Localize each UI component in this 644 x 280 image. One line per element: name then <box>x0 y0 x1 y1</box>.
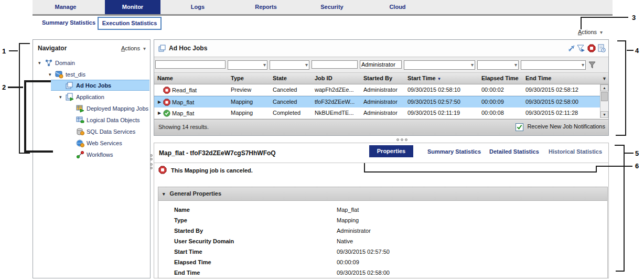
tree-item-web-services[interactable]: Web Services <box>33 138 149 148</box>
callout-line <box>9 50 18 51</box>
tab-reports[interactable]: Reports <box>238 0 294 14</box>
column-header-elapsed-time[interactable]: Elapsed Time <box>478 73 522 84</box>
tab-security[interactable]: Security <box>304 0 360 14</box>
notifications-option[interactable]: Receive New Job Notifications <box>516 123 605 131</box>
filter-start-time-select[interactable]: ▾ <box>404 60 475 70</box>
tree-item-sql-data-services[interactable]: SQL Data Services <box>33 126 149 137</box>
job-row-map-flat-canceled[interactable]: ▶ Map_flat Mapping Canceled tfoF32dZEeW.… <box>154 96 600 108</box>
job-row-map-flat-completed[interactable]: ▶ Map_flat Mapping Completed NkBUEmdTE..… <box>154 107 600 119</box>
property-label: Type <box>174 217 187 223</box>
details-title: Map_flat - tfoF32dZEeW7cgS7HhWFoQ <box>159 149 276 157</box>
job-start-time: 09/30/2015 02:11:19 <box>404 107 478 119</box>
job-started-by: Administrator <box>360 84 404 95</box>
general-properties-title: General Properties <box>170 190 221 197</box>
job-start-time: 09/30/2015 02:58:10 <box>404 84 478 95</box>
jobs-panel-title: Ad Hoc Jobs <box>169 45 207 52</box>
results-status-text: Showing 14 results. <box>158 124 209 130</box>
scroll-up-icon[interactable]: ▲ <box>600 84 608 91</box>
job-end-time: 09/30/2015 02:58:00 <box>522 96 591 107</box>
callout-line <box>364 171 597 173</box>
view-logs-icon[interactable] <box>597 44 606 52</box>
notifications-checkbox[interactable] <box>516 123 523 131</box>
tab-logs[interactable]: Logs <box>170 0 226 14</box>
column-header-start-time[interactable]: Start Time▼ <box>404 73 478 84</box>
jobs-panel-footer: Showing 14 results. Receive New Job Noti… <box>154 119 608 135</box>
tab-manage[interactable]: Manage <box>38 0 93 14</box>
column-header-name[interactable]: Name <box>154 73 228 84</box>
tree-item-label: Deployed Mapping Jobs <box>87 103 148 114</box>
expand-down-icon[interactable]: ▾ <box>59 92 62 102</box>
splitter-grip-icon[interactable] <box>405 138 407 141</box>
splitter-grip-icon[interactable] <box>150 167 153 169</box>
table-scrollbar[interactable]: ▲ ▼ <box>600 84 608 118</box>
tree-item-label: Workflows <box>87 149 113 160</box>
column-header-type[interactable]: Type <box>228 73 270 84</box>
subtab-execution-statistics[interactable]: Execution Statistics <box>98 17 162 30</box>
contents-actions-menu[interactable]: Actions▾ <box>578 29 603 35</box>
column-menu-icon[interactable]: ▼ <box>602 76 607 81</box>
tree-item-domain[interactable]: ▾ Domain <box>33 58 149 68</box>
completed-status-icon <box>163 110 170 117</box>
navigator-actions-menu[interactable]: Actions▾ <box>121 45 146 51</box>
splitter-grip-icon[interactable] <box>150 154 153 157</box>
job-row-read-flat[interactable]: Read_flat Preview Canceled wapFh2dZEe...… <box>154 84 600 96</box>
column-header-job-id[interactable]: Job ID <box>312 73 360 84</box>
splitter-grip-icon[interactable] <box>150 158 153 160</box>
view-tab-detailed-statistics[interactable]: Detailed Statistics <box>489 148 539 155</box>
callout-line <box>616 135 626 136</box>
tree-item-test-dis[interactable]: ▾ test_dis <box>33 69 149 80</box>
tree-item-deployed-mapping-jobs[interactable]: Deployed Mapping Jobs <box>33 103 149 114</box>
job-started-by: Administrator <box>360 107 404 119</box>
column-header-started-by[interactable]: Started By <box>360 73 404 84</box>
sort-descending-icon: ▼ <box>437 77 442 81</box>
view-tab-properties[interactable]: Properties <box>369 145 413 157</box>
tab-cloud[interactable]: Cloud <box>370 0 425 14</box>
filter-started-by-input[interactable] <box>360 60 402 69</box>
job-state: Canceled <box>270 84 312 95</box>
filter-end-time-select[interactable]: ▾ <box>521 60 586 70</box>
property-label: Started By <box>174 228 203 234</box>
collapse-icon[interactable]: ▾ <box>163 191 165 197</box>
splitter-grip-icon[interactable] <box>150 163 153 166</box>
scrollbar-thumb[interactable] <box>601 92 608 101</box>
splitter-grip-icon[interactable] <box>396 138 399 141</box>
column-header-state[interactable]: State <box>270 73 312 84</box>
edit-filter-icon[interactable] <box>577 44 585 52</box>
expand-row-icon[interactable]: ▶ <box>157 111 162 115</box>
expand-down-icon[interactable]: ▾ <box>49 69 51 80</box>
general-properties-header[interactable]: ▾ General Properties <box>158 187 607 201</box>
callout-line <box>19 43 20 154</box>
filter-elapsed-time-select[interactable]: ▾ <box>477 60 519 70</box>
filter-state-select[interactable]: ▾ <box>270 60 309 70</box>
tree-item-application[interactable]: ▾ Application <box>33 92 149 102</box>
expand-row-icon[interactable]: ▶ <box>157 100 162 104</box>
navigator-panel: Navigator Actions▾ ▾ Domain ▾ test_dis A… <box>33 39 151 278</box>
tree-item-logical-data-objects[interactable]: Logical Data Objects <box>33 115 149 125</box>
subtab-summary-statistics[interactable]: Summary Statistics <box>42 19 95 26</box>
view-tab-historical-statistics[interactable]: Historical Statistics <box>549 148 602 155</box>
restart-job-icon[interactable] <box>567 44 576 52</box>
job-start-time: 09/30/2015 02:57:50 <box>404 96 478 107</box>
callout-line <box>627 50 634 51</box>
expand-down-icon[interactable]: ▾ <box>38 58 41 68</box>
column-header-end-time[interactable]: End Time <box>522 73 575 84</box>
splitter-grip-icon[interactable] <box>401 138 403 141</box>
callout-1: 1 <box>2 47 6 55</box>
cancel-job-icon[interactable] <box>587 44 596 52</box>
check-icon <box>516 124 523 131</box>
sql-data-services-icon <box>76 127 84 136</box>
callout-3: 3 <box>632 14 636 21</box>
callout-line <box>617 40 626 41</box>
scroll-down-icon[interactable]: ▼ <box>600 111 608 118</box>
data-integration-service-icon <box>55 70 63 79</box>
contents-actions-label: Actions <box>578 29 597 35</box>
filter-job-id-input[interactable] <box>312 60 358 69</box>
top-nav-bar: Manage Monitor Logs Reports Security Clo… <box>33 0 613 16</box>
job-type: Preview <box>228 84 270 95</box>
tab-monitor[interactable]: Monitor <box>105 0 160 14</box>
property-value: 09/30/2015 02:58:00 <box>337 270 390 276</box>
view-tab-summary-statistics[interactable]: Summary Statistics <box>427 148 481 155</box>
filter-name-input[interactable] <box>155 60 226 69</box>
filter-type-select[interactable]: ▾ <box>228 60 267 70</box>
filter-funnel-icon[interactable] <box>588 61 596 69</box>
